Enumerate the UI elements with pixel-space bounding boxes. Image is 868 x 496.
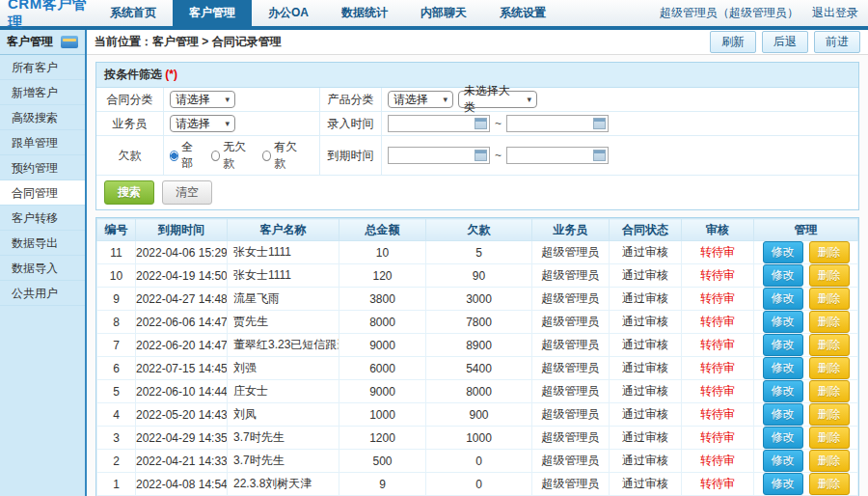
cell-salesman: 超级管理员 [532, 334, 610, 357]
sidebar-item[interactable]: 数据导入 [0, 256, 85, 281]
audit-link[interactable]: 转待审 [700, 361, 735, 374]
delete-button[interactable]: 删除 [809, 334, 850, 356]
cell-id: 5 [97, 380, 136, 403]
edit-button[interactable]: 修改 [763, 473, 803, 495]
due-time-end-input[interactable] [509, 149, 588, 162]
calendar-icon[interactable] [475, 118, 487, 129]
nav-tab[interactable]: 数据统计 [325, 0, 404, 26]
sidebar-item[interactable]: 高级搜索 [0, 105, 85, 130]
audit-link[interactable]: 转待审 [700, 315, 735, 328]
cell-total: 6000 [339, 357, 426, 380]
cell-total: 1200 [339, 427, 426, 450]
edit-button[interactable]: 修改 [763, 380, 803, 402]
edit-button[interactable]: 修改 [763, 241, 803, 263]
cell-audit: 转待审 [682, 473, 754, 496]
cell-due-time: 2022-04-19 14:50 [136, 264, 228, 288]
delete-button[interactable]: 删除 [809, 357, 850, 379]
delete-button[interactable]: 删除 [809, 427, 850, 449]
sidebar-item[interactable]: 合同管理 [0, 180, 85, 206]
edit-button[interactable]: 修改 [763, 357, 803, 379]
edit-button[interactable]: 修改 [763, 288, 803, 310]
cell-actions: 修改删除 [754, 334, 858, 357]
search-button[interactable]: 搜索 [104, 180, 154, 205]
range-separator: ~ [495, 149, 502, 162]
clear-button[interactable]: 清空 [162, 180, 212, 205]
audit-link[interactable]: 转待审 [700, 245, 735, 259]
audit-link[interactable]: 转待审 [700, 291, 735, 305]
chevron-down-icon: ▾ [225, 95, 230, 104]
cell-debt: 8900 [426, 334, 532, 357]
cell-due-time: 2022-05-20 14:43 [136, 403, 228, 427]
nav-tab[interactable]: 客户管理 [173, 0, 252, 26]
edit-button[interactable]: 修改 [763, 264, 803, 287]
sidebar-item[interactable]: 数据导出 [0, 231, 85, 256]
edit-button[interactable]: 修改 [763, 311, 803, 333]
sidebar-item[interactable]: 客户转移 [0, 206, 85, 231]
main-area: 当前位置：客户管理 > 合同记录管理 刷新 后退 前进 按条件筛选 (*) 合同… [87, 30, 868, 496]
cell-total: 8000 [339, 311, 426, 334]
cell-id: 6 [97, 357, 136, 380]
app-logo: CRM客户管理 [0, 0, 94, 26]
audit-link[interactable]: 转待审 [700, 454, 735, 467]
forward-button[interactable]: 前进 [814, 31, 860, 53]
cell-actions: 修改删除 [754, 450, 858, 473]
nav-tab[interactable]: 办公OA [252, 0, 325, 26]
delete-button[interactable]: 删除 [809, 311, 850, 333]
delete-button[interactable]: 删除 [809, 288, 850, 310]
entry-time-end-input[interactable] [509, 117, 588, 130]
sidebar-item[interactable]: 跟单管理 [0, 130, 85, 155]
cell-due-time: 2022-06-10 14:44 [136, 380, 228, 403]
table-row: 82022-06-06 14:47贾先生80007800超级管理员通过审核转待审… [97, 311, 858, 334]
filter-actions: 搜索 清空 [96, 176, 858, 209]
debt-radio-option[interactable]: 有欠款 [262, 139, 302, 172]
breadcrumb: 当前位置：客户管理 > 合同记录管理 [95, 34, 282, 50]
radio-icon [211, 151, 220, 161]
edit-button[interactable]: 修改 [763, 403, 803, 426]
edit-button[interactable]: 修改 [763, 450, 803, 472]
delete-button[interactable]: 删除 [809, 264, 850, 287]
due-time-start-input[interactable] [391, 149, 470, 162]
delete-button[interactable]: 删除 [809, 241, 850, 263]
delete-button[interactable]: 删除 [809, 380, 850, 402]
audit-link[interactable]: 转待审 [700, 338, 735, 351]
sidebar-item[interactable]: 公共用户 [0, 281, 85, 306]
salesman-select[interactable]: 请选择 ▾ [170, 115, 235, 132]
edit-button[interactable]: 修改 [763, 334, 803, 356]
calendar-icon[interactable] [593, 150, 606, 161]
nav-tab[interactable]: 内部聊天 [404, 0, 483, 26]
cell-id: 7 [97, 334, 136, 357]
cell-due-time: 2022-04-06 15:29 [136, 241, 228, 264]
chevron-down-icon: ▾ [225, 119, 230, 128]
contract-type-select[interactable]: 请选择 ▾ [170, 91, 235, 108]
calendar-icon[interactable] [475, 150, 487, 161]
cell-actions: 修改删除 [754, 311, 858, 334]
sidebar-item[interactable]: 新增客户 [0, 80, 85, 105]
sidebar-item[interactable]: 预约管理 [0, 155, 85, 180]
logout-link[interactable]: 退出登录 [812, 5, 858, 21]
delete-button[interactable]: 删除 [809, 473, 850, 495]
delete-button[interactable]: 删除 [809, 403, 850, 426]
nav-tab[interactable]: 系统设置 [483, 0, 562, 26]
debt-radio-option[interactable]: 全部 [170, 139, 200, 172]
delete-button[interactable]: 删除 [809, 450, 850, 472]
back-button[interactable]: 后退 [762, 31, 808, 53]
cell-actions: 修改删除 [754, 264, 858, 288]
cell-audit: 转待审 [682, 241, 754, 264]
audit-link[interactable]: 转待审 [700, 268, 735, 282]
product-subtype-select[interactable]: 未选择大类 ▾ [458, 91, 537, 108]
refresh-button[interactable]: 刷新 [710, 31, 756, 53]
cell-salesman: 超级管理员 [532, 450, 610, 473]
edit-button[interactable]: 修改 [763, 427, 803, 449]
entry-time-start-input[interactable] [391, 117, 470, 130]
audit-link[interactable]: 转待审 [700, 407, 735, 421]
calendar-icon[interactable] [593, 118, 606, 129]
audit-link[interactable]: 转待审 [700, 430, 735, 444]
sidebar-item[interactable]: 所有客户 [0, 55, 85, 80]
nav-tab[interactable]: 系统首页 [94, 0, 173, 26]
audit-link[interactable]: 转待审 [700, 477, 735, 490]
debt-radio-option[interactable]: 无欠款 [211, 139, 251, 172]
product-type-select[interactable]: 请选择 ▾ [388, 91, 453, 108]
audit-link[interactable]: 转待审 [700, 384, 735, 398]
table-row: 12022-04-08 14:5422.3.8刘树天津90超级管理员通过审核转待… [97, 473, 858, 496]
entry-time-label: 录入时间 [320, 112, 382, 136]
